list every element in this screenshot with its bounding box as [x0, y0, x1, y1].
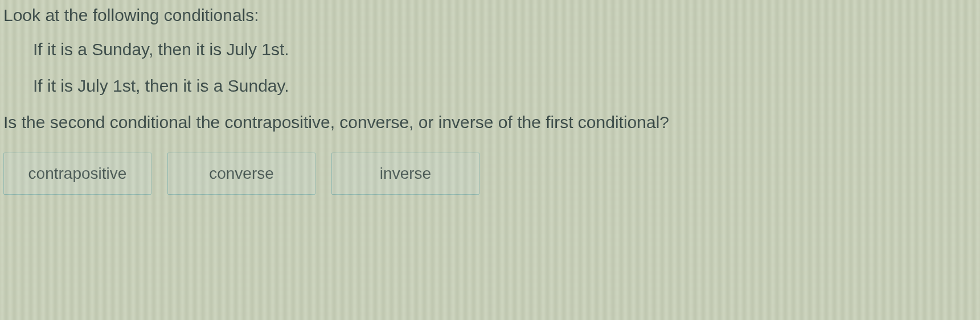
options-row: contrapositive converse inverse — [0, 153, 980, 195]
option-converse-button[interactable]: converse — [167, 153, 315, 195]
conditionals-block: If it is a Sunday, then it is July 1st. … — [0, 40, 980, 96]
question-text: Is the second conditional the contraposi… — [0, 113, 980, 132]
option-contrapositive-button[interactable]: contrapositive — [3, 153, 151, 195]
conditional-1: If it is a Sunday, then it is July 1st. — [33, 40, 980, 59]
conditional-2: If it is July 1st, then it is a Sunday. — [33, 76, 980, 96]
question-panel: Look at the following conditionals: If i… — [0, 0, 980, 320]
option-inverse-button[interactable]: inverse — [331, 153, 479, 195]
prompt-text: Look at the following conditionals: — [0, 6, 980, 25]
